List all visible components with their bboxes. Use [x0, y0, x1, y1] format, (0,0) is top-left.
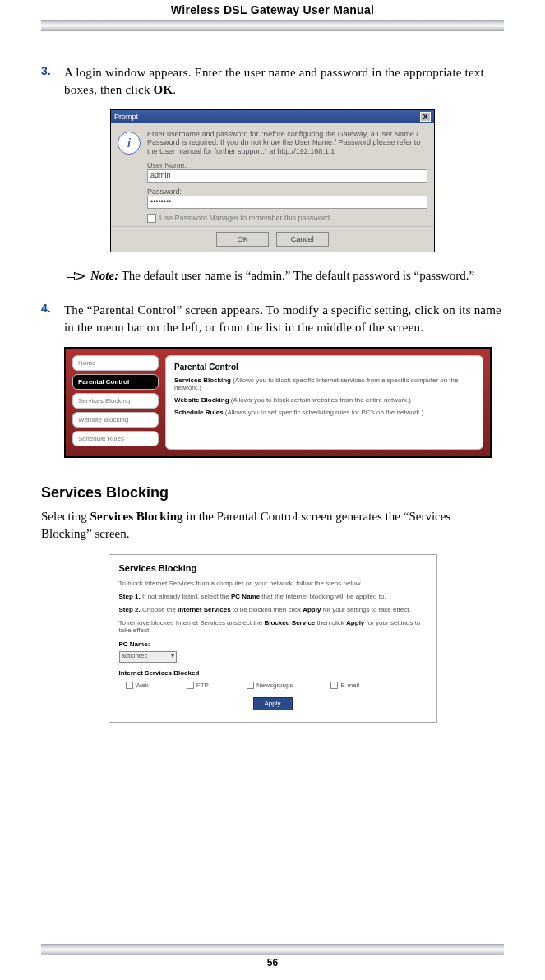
checkbox-icon[interactable]	[330, 682, 338, 689]
services-blocking-heading: Services Blocking	[41, 484, 504, 502]
header-title: Wireless DSL Gateway User Manual	[41, 3, 504, 19]
checkbox-icon[interactable]	[247, 682, 254, 689]
pc-title: Parental Control	[174, 363, 474, 372]
apply-button[interactable]: Apply	[253, 697, 293, 710]
login-dialog: Prompt X i Enter username and password f…	[110, 109, 435, 252]
info-icon: i	[118, 132, 141, 155]
step-3-text-a: A login window appears. Enter the user n…	[64, 66, 484, 96]
sidebar: Home Parental Control Services Blocking …	[72, 355, 159, 450]
pc-link-website-blocking[interactable]: Website Blocking (Allows you to block ce…	[174, 396, 474, 404]
login-title: Prompt	[114, 113, 138, 121]
login-message: Enter username and password for "Before …	[147, 130, 427, 156]
sb-remove-note: To remove blocked Internet Services unse…	[119, 619, 427, 634]
sidebar-item-schedule-rules[interactable]: Schedule Rules	[72, 431, 159, 446]
sb-title: Services Blocking	[119, 563, 427, 573]
step-3-text-b: .	[173, 83, 176, 96]
header-rule	[41, 20, 504, 31]
close-icon[interactable]: X	[420, 112, 431, 122]
sb-step2: Step 2. Choose the Internet Services to …	[119, 606, 427, 613]
checkbox-icon[interactable]	[126, 682, 133, 689]
username-input[interactable]: admin	[147, 169, 427, 183]
services-blocking-bold: Services Blocking	[90, 510, 183, 523]
note-text: Note: The default user name is “admin.” …	[90, 267, 474, 287]
pc-name-select[interactable]: actiontec	[119, 651, 177, 663]
services-blocking-screenshot: Services Blocking To block Internet Serv…	[109, 554, 437, 723]
services-blocking-paragraph: Selecting Services Blocking in the Paren…	[41, 508, 504, 543]
sidebar-item-home[interactable]: Home	[72, 355, 159, 371]
ok-button[interactable]: OK	[216, 232, 269, 247]
sidebar-item-website-blocking[interactable]: Website Blocking	[72, 412, 159, 428]
ok-bold: OK	[154, 83, 173, 96]
step-4-text: The “Parental Control” screen appears. T…	[64, 302, 504, 337]
check-newsgroups[interactable]: Newsgroups	[247, 682, 293, 689]
step-3-number: 3.	[41, 64, 64, 99]
password-label: Password:	[147, 187, 427, 196]
check-ftp[interactable]: FTP	[187, 682, 209, 689]
step-4-number: 4.	[41, 302, 64, 337]
step-4: 4. The “Parental Control” screen appears…	[41, 302, 504, 337]
checkbox-icon[interactable]	[187, 682, 194, 689]
login-titlebar: Prompt X	[111, 110, 434, 123]
username-label: User Name:	[147, 161, 427, 169]
password-input[interactable]: ••••••••	[147, 196, 427, 209]
note-body: The default user name is “admin.” The de…	[118, 269, 474, 282]
pc-link-schedule-rules[interactable]: Schedule Rules (Allows you to set specif…	[174, 409, 474, 416]
cancel-button[interactable]: Cancel	[276, 232, 329, 247]
footer-rule	[41, 944, 504, 955]
sb-intro: To block Internet Services from a comput…	[119, 580, 427, 587]
step-3: 3. A login window appears. Enter the use…	[41, 64, 504, 99]
sidebar-item-services-blocking[interactable]: Services Blocking	[72, 393, 159, 409]
parental-control-screenshot: Home Parental Control Services Blocking …	[64, 347, 492, 458]
sb-step1: Step 1. If not already listed, select th…	[119, 593, 427, 600]
check-email[interactable]: E-mail	[330, 682, 359, 689]
pc-link-services-blocking[interactable]: Services Blocking (Allows you to block s…	[174, 377, 474, 391]
remember-password-checkbox[interactable]	[147, 214, 156, 223]
internet-services-blocked-label: Internet Services Blocked	[119, 669, 427, 677]
remember-password-label: Use Password Manager to remember this pa…	[159, 214, 332, 222]
pointing-hand-icon	[66, 267, 90, 287]
step-3-text: A login window appears. Enter the user n…	[64, 64, 504, 99]
check-web[interactable]: Web	[126, 682, 149, 689]
note-lead: Note:	[90, 269, 118, 282]
page-number: 56	[41, 957, 504, 968]
parental-control-main: Parental Control Services Blocking (Allo…	[165, 355, 483, 450]
sidebar-item-parental-control[interactable]: Parental Control	[72, 374, 159, 390]
pc-name-label: PC Name:	[119, 640, 427, 648]
note-block: Note: The default user name is “admin.” …	[66, 267, 504, 287]
